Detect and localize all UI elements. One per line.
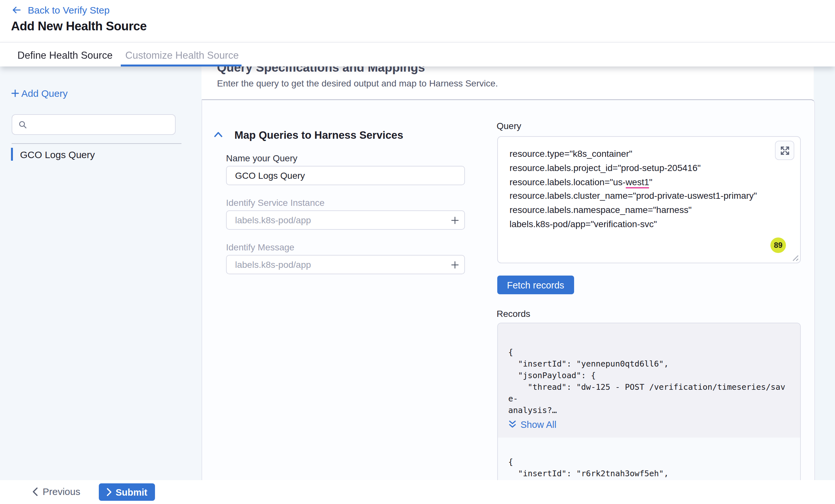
query-line: resource.type="k8s_container": [510, 147, 774, 161]
query-textarea[interactable]: resource.type="k8s_container"resource.la…: [497, 136, 801, 263]
query-item-label: GCO Logs Query: [20, 149, 95, 160]
query-line: resource.labels.project_id="prod-setup-2…: [510, 161, 774, 175]
query-line: labels.k8s-pod/app="verification-svc": [510, 217, 774, 232]
map-queries-section-header[interactable]: Map Queries to Harness Services: [214, 129, 403, 141]
search-input[interactable]: [31, 116, 175, 133]
records-panel: { "insertId": "yennepun0qtd6ll6", "jsonP…: [497, 323, 801, 490]
record-line: analysis?…: [508, 405, 790, 416]
chevrons-down-icon: [508, 420, 517, 429]
service-instance-input[interactable]: [226, 210, 465, 230]
add-query-button[interactable]: Add Query: [10, 88, 67, 99]
submit-button[interactable]: Submit: [99, 483, 155, 501]
arrow-left-icon: [11, 5, 22, 15]
record-line: {: [508, 346, 790, 358]
query-name-input[interactable]: [226, 166, 465, 185]
footer-bar: Previous Submit: [0, 480, 835, 504]
service-instance-label: Identify Service Instance: [226, 197, 325, 208]
chevron-right-icon: [106, 488, 112, 496]
query-sidebar: Add Query GCO Logs Query: [0, 66, 202, 480]
record-line: "insertId": "yennepun0qtd6ll6",: [508, 358, 790, 370]
plus-icon: [10, 88, 20, 98]
name-query-label: Name your Query: [226, 153, 298, 163]
records-label: Records: [496, 309, 530, 319]
tab-define-health-source[interactable]: Define Health Source: [17, 50, 113, 61]
character-count-badge: 89: [770, 237, 786, 253]
page-title: Add New Health Source: [11, 19, 147, 34]
resize-handle[interactable]: [791, 254, 799, 261]
selected-indicator-bar: [11, 148, 13, 161]
query-line: resource.labels.location="us-west1": [510, 175, 774, 189]
sidebar-item-gco-logs-query[interactable]: GCO Logs Query: [11, 148, 95, 161]
query-line: resource.labels.namespace_name="harness": [510, 203, 774, 217]
record-1-json: { "insertId": "yennepun0qtd6ll6", "jsonP…: [508, 346, 790, 416]
sidebar-divider: [12, 143, 181, 144]
tab-customize-health-source[interactable]: Customize Health Source: [125, 50, 239, 61]
add-health-source-page: Back to Verify Step Add New Health Sourc…: [0, 0, 835, 504]
right-gutter: [814, 66, 835, 480]
fetch-records-button[interactable]: Fetch records: [497, 276, 574, 294]
show-all-label: Show All: [521, 419, 556, 430]
map-queries-title: Map Queries to Harness Services: [235, 129, 403, 141]
identify-message-input[interactable]: [226, 255, 465, 274]
query-text: resource.type="k8s_container"resource.la…: [498, 137, 800, 232]
identify-message-add-button[interactable]: [448, 258, 461, 271]
record-line: "thread": "dw-125 - POST /verification/t…: [508, 381, 790, 405]
previous-label: Previous: [43, 486, 80, 497]
back-link-label: Back to Verify Step: [28, 4, 109, 16]
search-icon: [18, 120, 27, 129]
show-all-link[interactable]: Show All: [508, 419, 790, 430]
section-description: Enter the query to get the desired outpu…: [217, 78, 498, 88]
identify-message-label: Identify Message: [226, 242, 294, 252]
chevron-up-icon: [214, 131, 223, 138]
expand-query-button[interactable]: [775, 141, 794, 160]
expand-icon: [780, 146, 790, 155]
record-line: "jsonPayload": {: [508, 370, 790, 381]
chevron-left-icon: [32, 487, 38, 496]
health-source-tabbar: Define Health Source Customize Health So…: [0, 42, 835, 66]
record-line: "insertId": "r6rk2tnah3owf5eh",: [508, 468, 790, 480]
record-line: {: [508, 456, 790, 468]
back-to-verify-step-link[interactable]: Back to Verify Step: [11, 4, 109, 16]
service-instance-add-button[interactable]: [448, 214, 461, 227]
record-item-1: { "insertId": "yennepun0qtd6ll6", "jsonP…: [498, 323, 800, 438]
add-query-label: Add Query: [21, 88, 67, 99]
query-line: resource.labels.cluster_name="prod-priva…: [510, 189, 774, 204]
query-search-box: [12, 114, 176, 135]
previous-button[interactable]: Previous: [28, 485, 84, 498]
active-tab-indicator: [121, 65, 242, 66]
query-label: Query: [496, 121, 521, 131]
submit-label: Submit: [116, 487, 147, 497]
